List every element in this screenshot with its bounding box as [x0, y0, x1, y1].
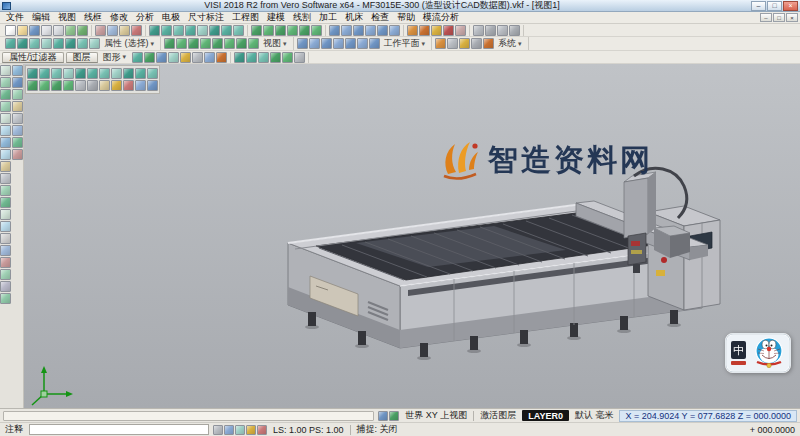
hide-icon[interactable]: [75, 80, 86, 91]
scale-icon[interactable]: [0, 257, 11, 268]
view-iso-icon[interactable]: [164, 38, 175, 49]
workplane-rotate-icon[interactable]: [357, 38, 368, 49]
color-icon[interactable]: [123, 80, 134, 91]
units-icon[interactable]: [471, 38, 482, 49]
workplane-yz-icon[interactable]: [321, 38, 332, 49]
repaint-icon[interactable]: [147, 68, 158, 79]
sheetmetal-icon[interactable]: [12, 113, 23, 124]
snap-icon[interactable]: [459, 38, 470, 49]
shade-icon[interactable]: [27, 68, 38, 79]
redo-icon[interactable]: [77, 25, 88, 36]
curve-icon[interactable]: [12, 137, 23, 148]
macro-icon[interactable]: [483, 38, 494, 49]
shell-icon[interactable]: [377, 25, 388, 36]
mirror-icon[interactable]: [0, 221, 11, 232]
rectangle-tool-icon[interactable]: [0, 125, 11, 136]
line-tool-icon[interactable]: [0, 77, 11, 88]
view-custom-icon[interactable]: [248, 38, 259, 49]
maximize-button[interactable]: □: [767, 1, 782, 11]
workplane-3pt-icon[interactable]: [333, 38, 344, 49]
linetype-icon[interactable]: [135, 80, 146, 91]
workplane-face-icon[interactable]: [345, 38, 356, 49]
polyline-icon[interactable]: [299, 25, 310, 36]
menu-item[interactable]: 建模: [263, 11, 289, 24]
trim-icon[interactable]: [0, 173, 11, 184]
doc-close-button[interactable]: ×: [786, 13, 798, 22]
filters-icon[interactable]: [485, 25, 496, 36]
offset-icon[interactable]: [0, 161, 11, 172]
solid-icon[interactable]: [12, 77, 23, 88]
zoom-in-icon[interactable]: [173, 25, 184, 36]
menu-item[interactable]: 帮助: [393, 11, 419, 24]
select-layer-icon[interactable]: [53, 38, 64, 49]
view-right-icon[interactable]: [200, 38, 211, 49]
top-view-icon[interactable]: [87, 68, 98, 79]
view-back-icon[interactable]: [212, 38, 223, 49]
select-type-icon[interactable]: [65, 38, 76, 49]
status-layer-icon[interactable]: [389, 411, 399, 421]
perspective-icon[interactable]: [204, 52, 215, 63]
polygon-icon[interactable]: [0, 137, 11, 148]
menu-item[interactable]: 模流分析: [419, 11, 463, 24]
zoom-extents-icon[interactable]: [149, 25, 160, 36]
iso-view-icon[interactable]: [75, 68, 86, 79]
menu-item[interactable]: 分析: [132, 11, 158, 24]
next-view-icon[interactable]: [282, 52, 293, 63]
print-icon[interactable]: [53, 25, 64, 36]
draft-check-icon[interactable]: [431, 25, 442, 36]
system-settings-icon[interactable]: [435, 38, 446, 49]
save-icon[interactable]: [29, 25, 40, 36]
show-all-icon[interactable]: [87, 80, 98, 91]
menu-item[interactable]: 线割: [289, 11, 315, 24]
analysis-tool-icon[interactable]: [12, 149, 23, 160]
workplane-xy-icon[interactable]: [297, 38, 308, 49]
spline-tool-icon[interactable]: [0, 149, 11, 160]
boolean-icon[interactable]: [353, 25, 364, 36]
zoom-window-icon[interactable]: [161, 25, 172, 36]
previous-view-icon[interactable]: [270, 52, 281, 63]
views-dropdown[interactable]: 视图 ▾: [260, 37, 290, 50]
menu-item[interactable]: 尺寸标注: [184, 11, 228, 24]
menu-item[interactable]: 编辑: [28, 11, 54, 24]
mesh-icon[interactable]: [12, 125, 23, 136]
doc-minimize-button[interactable]: –: [760, 13, 772, 22]
layer-badge[interactable]: LAYER0: [522, 410, 569, 421]
import-icon[interactable]: [41, 25, 52, 36]
circle-icon[interactable]: [275, 25, 286, 36]
minimize-button[interactable]: –: [751, 1, 766, 11]
menu-item[interactable]: 电极: [158, 11, 184, 24]
view-bottom-icon[interactable]: [236, 38, 247, 49]
tracking-icon[interactable]: [257, 425, 267, 435]
zoom-selection-icon[interactable]: [135, 68, 146, 79]
measure-icon[interactable]: [407, 25, 418, 36]
ortho-icon[interactable]: [246, 425, 256, 435]
render-transparent-icon[interactable]: [168, 52, 179, 63]
fillet-icon[interactable]: [365, 25, 376, 36]
arc-icon[interactable]: [263, 25, 274, 36]
help-icon[interactable]: [509, 25, 520, 36]
hidden-line-icon[interactable]: [51, 68, 62, 79]
layer-off-icon[interactable]: [39, 80, 50, 91]
menu-item[interactable]: 修改: [106, 11, 132, 24]
chamfer-tool-icon[interactable]: [0, 209, 11, 220]
view-top-icon[interactable]: [176, 38, 187, 49]
workplane-reset-icon[interactable]: [369, 38, 380, 49]
background-icon[interactable]: [192, 52, 203, 63]
close-button[interactable]: ×: [783, 1, 798, 11]
new-file-icon[interactable]: [5, 25, 16, 36]
lock-icon[interactable]: [99, 80, 110, 91]
layers-icon[interactable]: [473, 25, 484, 36]
unlock-icon[interactable]: [111, 80, 122, 91]
group-icon[interactable]: [51, 80, 62, 91]
assembly-icon[interactable]: [12, 101, 23, 112]
section-icon[interactable]: [419, 25, 430, 36]
undo-icon[interactable]: [65, 25, 76, 36]
clip-plane-icon[interactable]: [216, 52, 227, 63]
calculator-icon[interactable]: [224, 425, 234, 435]
delete-icon[interactable]: [131, 25, 142, 36]
doc-restore-button[interactable]: □: [773, 13, 785, 22]
move-icon[interactable]: [0, 233, 11, 244]
machine-3d-model[interactable]: [288, 168, 720, 360]
select-box-icon[interactable]: [29, 38, 40, 49]
system-dropdown[interactable]: 系统 ▾: [495, 37, 525, 50]
